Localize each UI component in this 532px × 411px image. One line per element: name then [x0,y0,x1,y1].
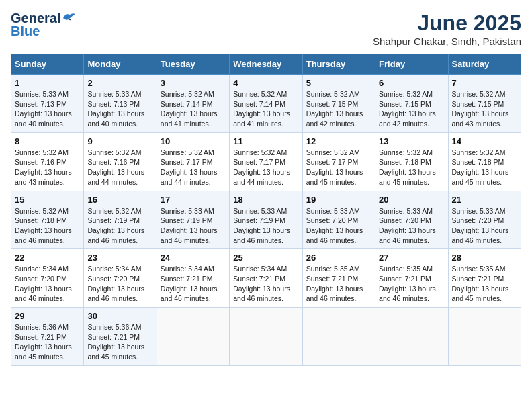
table-row: 5Sunrise: 5:32 AMSunset: 7:15 PMDaylight… [302,75,375,133]
page-subtitle: Shahpur Chakar, Sindh, Pakistan [373,36,521,47]
day-number: 1 [15,78,80,88]
day-number: 15 [15,195,80,205]
day-number: 10 [161,136,226,146]
col-tuesday: Tuesday [157,54,229,75]
table-row: 16Sunrise: 5:32 AMSunset: 7:19 PMDayligh… [84,191,157,249]
day-number: 4 [233,78,298,88]
day-number: 3 [161,78,226,88]
table-row [302,308,375,366]
day-number: 8 [15,136,80,146]
table-row: 24Sunrise: 5:34 AMSunset: 7:21 PMDayligh… [157,249,229,308]
day-info: Sunrise: 5:32 AMSunset: 7:17 PMDaylight:… [161,148,226,187]
day-info: Sunrise: 5:35 AMSunset: 7:21 PMDaylight:… [306,264,371,304]
day-info: Sunrise: 5:32 AMSunset: 7:16 PMDaylight:… [87,148,152,187]
day-info: Sunrise: 5:33 AMSunset: 7:20 PMDaylight:… [379,206,444,246]
day-info: Sunrise: 5:32 AMSunset: 7:18 PMDaylight:… [452,148,517,187]
table-row: 19Sunrise: 5:33 AMSunset: 7:20 PMDayligh… [302,191,375,249]
day-info: Sunrise: 5:32 AMSunset: 7:16 PMDaylight:… [15,148,80,187]
table-row: 7Sunrise: 5:32 AMSunset: 7:15 PMDaylight… [448,75,521,133]
day-info: Sunrise: 5:36 AMSunset: 7:21 PMDaylight:… [15,322,80,362]
table-row: 21Sunrise: 5:33 AMSunset: 7:20 PMDayligh… [448,191,521,249]
table-row: 29Sunrise: 5:36 AMSunset: 7:21 PMDayligh… [11,308,84,366]
table-row [230,308,302,366]
table-row: 30Sunrise: 5:36 AMSunset: 7:21 PMDayligh… [84,308,157,366]
day-number: 6 [379,78,444,88]
table-row: 4Sunrise: 5:32 AMSunset: 7:14 PMDaylight… [230,75,302,133]
day-info: Sunrise: 5:32 AMSunset: 7:18 PMDaylight:… [379,148,444,187]
day-number: 5 [306,78,371,88]
table-row: 26Sunrise: 5:35 AMSunset: 7:21 PMDayligh… [302,249,375,308]
logo-blue: Blue [11,24,40,39]
table-row [448,308,521,366]
day-info: Sunrise: 5:36 AMSunset: 7:21 PMDaylight:… [87,322,152,362]
day-number: 13 [379,136,444,146]
table-row: 20Sunrise: 5:33 AMSunset: 7:20 PMDayligh… [375,191,448,249]
day-number: 25 [233,253,298,263]
table-row [157,308,229,366]
day-info: Sunrise: 5:32 AMSunset: 7:17 PMDaylight:… [306,148,371,187]
table-row: 27Sunrise: 5:35 AMSunset: 7:21 PMDayligh… [375,249,448,308]
day-number: 24 [161,253,226,263]
day-info: Sunrise: 5:33 AMSunset: 7:20 PMDaylight:… [306,206,371,246]
day-info: Sunrise: 5:33 AMSunset: 7:20 PMDaylight:… [452,206,517,246]
day-number: 20 [379,195,444,205]
day-info: Sunrise: 5:35 AMSunset: 7:21 PMDaylight:… [452,264,517,304]
day-number: 2 [87,78,152,88]
day-info: Sunrise: 5:33 AMSunset: 7:13 PMDaylight:… [87,89,152,129]
day-number: 29 [15,311,80,321]
page-title: June 2025 [373,11,521,36]
table-row: 10Sunrise: 5:32 AMSunset: 7:17 PMDayligh… [157,132,229,191]
day-info: Sunrise: 5:32 AMSunset: 7:14 PMDaylight:… [233,89,298,129]
day-info: Sunrise: 5:34 AMSunset: 7:20 PMDaylight:… [15,264,80,304]
day-info: Sunrise: 5:32 AMSunset: 7:19 PMDaylight:… [87,206,152,246]
day-number: 16 [87,195,152,205]
calendar-row: 1Sunrise: 5:33 AMSunset: 7:13 PMDaylight… [11,75,521,133]
col-friday: Friday [375,54,448,75]
calendar-row: 29Sunrise: 5:36 AMSunset: 7:21 PMDayligh… [11,308,521,366]
table-row: 18Sunrise: 5:33 AMSunset: 7:19 PMDayligh… [230,191,302,249]
col-monday: Monday [84,54,157,75]
day-info: Sunrise: 5:32 AMSunset: 7:15 PMDaylight:… [452,89,517,129]
table-row: 1Sunrise: 5:33 AMSunset: 7:13 PMDaylight… [11,75,84,133]
day-info: Sunrise: 5:32 AMSunset: 7:14 PMDaylight:… [161,89,226,129]
col-saturday: Saturday [448,54,521,75]
calendar-table: Sunday Monday Tuesday Wednesday Thursday… [11,54,521,366]
table-row: 9Sunrise: 5:32 AMSunset: 7:16 PMDaylight… [84,132,157,191]
day-info: Sunrise: 5:34 AMSunset: 7:21 PMDaylight:… [233,264,298,304]
day-info: Sunrise: 5:33 AMSunset: 7:19 PMDaylight:… [161,206,226,246]
table-row: 6Sunrise: 5:32 AMSunset: 7:15 PMDaylight… [375,75,448,133]
logo: General Blue [11,11,77,39]
calendar-row: 8Sunrise: 5:32 AMSunset: 7:16 PMDaylight… [11,132,521,191]
table-row: 13Sunrise: 5:32 AMSunset: 7:18 PMDayligh… [375,132,448,191]
day-number: 18 [233,195,298,205]
day-number: 17 [161,195,226,205]
day-info: Sunrise: 5:32 AMSunset: 7:18 PMDaylight:… [15,206,80,246]
day-info: Sunrise: 5:34 AMSunset: 7:21 PMDaylight:… [161,264,226,304]
table-row [375,308,448,366]
calendar-row: 22Sunrise: 5:34 AMSunset: 7:20 PMDayligh… [11,249,521,308]
day-info: Sunrise: 5:32 AMSunset: 7:15 PMDaylight:… [379,89,444,129]
table-row: 28Sunrise: 5:35 AMSunset: 7:21 PMDayligh… [448,249,521,308]
col-sunday: Sunday [11,54,84,75]
day-info: Sunrise: 5:35 AMSunset: 7:21 PMDaylight:… [379,264,444,304]
day-number: 22 [15,253,80,263]
day-info: Sunrise: 5:34 AMSunset: 7:20 PMDaylight:… [87,264,152,304]
table-row: 23Sunrise: 5:34 AMSunset: 7:20 PMDayligh… [84,249,157,308]
day-info: Sunrise: 5:32 AMSunset: 7:15 PMDaylight:… [306,89,371,129]
table-row: 14Sunrise: 5:32 AMSunset: 7:18 PMDayligh… [448,132,521,191]
calendar-header-row: Sunday Monday Tuesday Wednesday Thursday… [11,54,521,75]
logo-bird-icon [62,11,77,24]
day-number: 12 [306,136,371,146]
day-number: 30 [87,311,152,321]
table-row: 2Sunrise: 5:33 AMSunset: 7:13 PMDaylight… [84,75,157,133]
day-number: 28 [452,253,517,263]
col-wednesday: Wednesday [230,54,302,75]
day-number: 11 [233,136,298,146]
table-row: 25Sunrise: 5:34 AMSunset: 7:21 PMDayligh… [230,249,302,308]
table-row: 12Sunrise: 5:32 AMSunset: 7:17 PMDayligh… [302,132,375,191]
day-info: Sunrise: 5:32 AMSunset: 7:17 PMDaylight:… [233,148,298,187]
title-area: June 2025 Shahpur Chakar, Sindh, Pakista… [373,11,521,47]
header: General Blue June 2025 Shahpur Chakar, S… [11,11,521,47]
table-row: 22Sunrise: 5:34 AMSunset: 7:20 PMDayligh… [11,249,84,308]
day-info: Sunrise: 5:33 AMSunset: 7:13 PMDaylight:… [15,89,80,129]
